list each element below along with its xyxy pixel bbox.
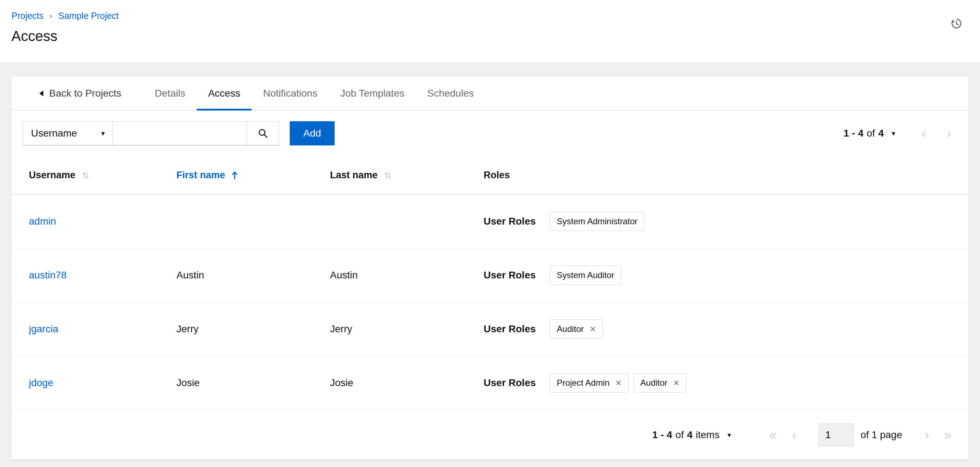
last-name-cell: Jerry [330,324,484,335]
search-submit-button[interactable] [247,121,279,145]
pagination-range: 1 - 4 [843,128,864,139]
column-header-username[interactable]: Username [29,170,177,181]
roles-cell: User Roles Project Admin ✕ Auditor ✕ [484,373,952,392]
caret-down-icon: ▾ [727,430,731,439]
back-to-projects-tab[interactable]: Back to Projects [27,76,132,110]
items-total: 4 [687,429,693,441]
tab-schedules[interactable]: Schedules [416,76,485,110]
username-link[interactable]: jdoge [29,377,54,388]
role-chip: Project Admin ✕ [550,373,628,392]
search-key-dropdown[interactable]: Username ▾ [23,121,113,145]
role-chip-label: System Administrator [557,217,638,226]
roles-cell: User Roles System Auditor [484,266,952,285]
breadcrumb-separator: › [49,11,52,21]
search-input[interactable] [113,121,247,145]
sort-icon [384,171,391,180]
add-button[interactable]: Add [290,121,335,145]
remove-role-button[interactable]: ✕ [615,379,622,387]
first-name-cell: Josie [177,377,330,389]
column-header-last-name[interactable]: Last name [330,170,484,181]
column-label-username: Username [29,170,76,181]
role-chip-label: Auditor [640,378,667,388]
last-name-cell: Josie [330,377,484,389]
activity-stream-button[interactable] [950,17,963,31]
column-label-first-name: First name [177,170,225,181]
tab-access[interactable]: Access [197,76,251,110]
remove-role-button[interactable]: ✕ [673,379,679,387]
role-chip-group: Project Admin ✕ Auditor ✕ [550,373,686,392]
current-page-input[interactable] [819,424,853,446]
role-chip: System Auditor [550,266,621,285]
column-header-first-name[interactable]: First name [177,170,330,181]
access-panel: Back to Projects Details Access Notifica… [11,76,969,459]
username-cell: admin [29,216,177,227]
column-label-last-name: Last name [330,170,378,181]
table-row: austin78 Austin Austin User Roles System… [11,249,969,302]
page-header: Projects › Sample Project Access [0,0,980,62]
search-key-selected: Username [31,128,77,139]
caret-down-icon: ▾ [892,129,895,138]
tab-notifications[interactable]: Notifications [251,76,329,110]
remove-role-button[interactable]: ✕ [589,325,596,334]
role-chip-group: Auditor ✕ [550,319,603,339]
page-title: Access [11,28,964,44]
role-chip: System Administrator [550,212,644,231]
table-row: admin User Roles System Administrator [11,194,969,249]
pagination-total: 4 [878,128,884,139]
breadcrumb: Projects › Sample Project [11,11,964,21]
tab-details[interactable]: Details [143,76,197,110]
username-cell: jdoge [29,377,177,389]
caret-down-icon: ▾ [101,129,105,138]
caret-left-icon [39,90,43,97]
role-chip-label: Project Admin [557,378,609,388]
table-row: jgarcia Jerry Jerry User Roles Auditor ✕ [11,302,969,356]
toolbar: Username ▾ Add 1 - 4 of 4 ▾ ‹ › [11,110,969,156]
first-name-cell: Jerry [177,324,330,335]
role-chip-group: System Auditor [550,266,621,285]
user-roles-label: User Roles [484,377,536,389]
top-pagination-dropdown[interactable]: 1 - 4 of 4 ▾ [843,128,895,139]
items-word: items [695,429,719,441]
back-to-projects-label: Back to Projects [49,88,121,99]
sort-ascending-icon [232,171,238,180]
top-pagination: 1 - 4 of 4 ▾ ‹ › [843,126,952,140]
role-chip-group: System Administrator [550,212,644,231]
role-chip-label: Auditor [557,324,584,334]
tab-job-templates[interactable]: Job Templates [329,76,416,110]
role-chip: Auditor ✕ [634,373,686,392]
footer-pagination: 1 - 4 of 4 items ▾ « ‹ of 1 page › » [11,410,969,459]
roles-cell: User Roles Auditor ✕ [484,319,952,339]
next-page-button[interactable]: › [947,126,952,140]
username-cell: jgarcia [29,324,177,335]
tab-bar: Back to Projects Details Access Notifica… [11,76,969,110]
items-per-page-dropdown[interactable]: 1 - 4 of 4 items ▾ [652,429,731,441]
pagination-of: of [867,128,875,139]
page-count-label: of 1 page [861,429,902,441]
username-link[interactable]: admin [29,216,56,227]
user-roles-label: User Roles [484,324,536,335]
username-link[interactable]: austin78 [29,269,67,281]
breadcrumb-projects-link[interactable]: Projects [11,11,43,21]
sort-icon [82,171,89,180]
last-page-button[interactable]: » [943,428,952,442]
role-chip-label: System Auditor [557,270,614,280]
breadcrumb-sample-project-link[interactable]: Sample Project [59,11,119,21]
username-link[interactable]: jgarcia [29,324,58,335]
items-of: of [675,429,684,441]
search-icon [258,128,268,139]
last-name-cell: Austin [330,269,484,281]
table-row: jdoge Josie Josie User Roles Project Adm… [11,356,969,410]
first-page-button[interactable]: « [768,428,777,442]
history-icon [950,17,963,30]
previous-page-button[interactable]: ‹ [791,428,797,442]
previous-page-button[interactable]: ‹ [921,126,926,140]
items-range: 1 - 4 [652,429,672,441]
table-header-row: Username First name Last name Roles [11,156,969,194]
next-page-button[interactable]: › [924,428,930,442]
first-name-cell: Austin [177,269,330,281]
column-label-roles: Roles [484,170,510,181]
user-roles-label: User Roles [484,216,536,227]
column-header-roles: Roles [484,170,952,181]
roles-cell: User Roles System Administrator [484,212,952,231]
username-cell: austin78 [29,269,177,281]
